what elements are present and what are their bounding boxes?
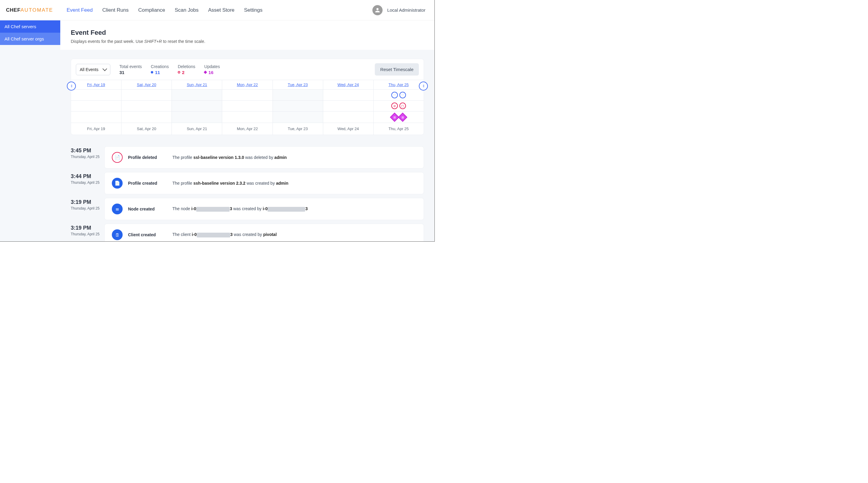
event-date: Thursday, April 25 (71, 154, 101, 159)
slider-icon: ⦀ (423, 84, 424, 88)
username-label: Local Administrator (387, 7, 426, 12)
event-title: Client created (128, 232, 167, 237)
timeline-body: ⋯ ⋯ ⊘ ▢ ⊞ ⊞ (71, 90, 424, 123)
timeline-day-footer: Sat, Apr 20 (121, 123, 172, 134)
event-card[interactable]: 📄Profile createdThe profile ssh-baseline… (104, 172, 424, 194)
nav-scan-jobs[interactable]: Scan Jobs (175, 7, 198, 13)
event-description: The client i-0xxxxxxxxxxxxxxxx3 was crea… (173, 232, 277, 237)
deletions-value: 2 (182, 70, 184, 75)
timeline-day-header[interactable]: Wed, Apr 24 (323, 80, 374, 89)
event-card[interactable]: ≣Node createdThe node i-0xxxxxxxxxxxxxxx… (104, 198, 424, 220)
sidebar-item-all-orgs[interactable]: All Chef server orgs (0, 33, 60, 45)
timeline-handle-left[interactable]: ⦀ (67, 82, 76, 91)
event-time: 3:44 PM (71, 173, 101, 180)
nav-compliance[interactable]: Compliance (138, 7, 165, 13)
event-time: 3:19 PM (71, 225, 101, 231)
timeline-day-footer: Mon, Apr 22 (222, 123, 273, 134)
creation-event-icon[interactable]: ⋯ (399, 92, 406, 98)
event-card[interactable]: 📄Profile deletedThe profile ssl-baseline… (104, 146, 424, 169)
event-time: 3:19 PM (71, 199, 101, 205)
filter-label: All Events (80, 67, 98, 72)
timeline-footer: Fri, Apr 19 Sat, Apr 20 Sun, Apr 21 Mon,… (71, 123, 424, 134)
updates-label: Updates (204, 64, 220, 69)
timeline-day-footer: Tue, Apr 23 (273, 123, 323, 134)
deletion-event-icon[interactable]: ⊘ (391, 102, 398, 109)
timeline-day-footer: Wed, Apr 24 (323, 123, 374, 134)
updates-dot-icon (204, 70, 207, 74)
nav-client-runs[interactable]: Client Runs (102, 7, 129, 13)
filter-dropdown[interactable]: All Events (76, 64, 110, 75)
event-type-icon: 🗓 (112, 229, 123, 240)
event-card[interactable]: 🗓Client createdThe client i-0xxxxxxxxxxx… (104, 224, 424, 241)
user-avatar-icon[interactable] (372, 5, 382, 15)
chevron-down-icon (102, 66, 107, 71)
deletions-label: Deletions (178, 64, 195, 69)
nav-asset-store[interactable]: Asset Store (208, 7, 235, 13)
event-date: Thursday, April 25 (71, 206, 101, 211)
updates-value: 16 (208, 70, 214, 75)
timeline-day-header[interactable]: Sun, Apr 21 (172, 80, 222, 89)
event-description: The node i-0xxxxxxxxxxxxxxxx3 was create… (173, 206, 308, 211)
top-nav: CHEFAUTOMATE Event Feed Client Runs Comp… (0, 0, 434, 20)
event-date: Thursday, April 25 (71, 180, 101, 185)
feed-row: 3:19 PMThursday, April 25🗓Client created… (71, 224, 424, 241)
event-feed-list: 3:45 PMThursday, April 25📄Profile delete… (71, 146, 424, 241)
feed-row: 3:45 PMThursday, April 25📄Profile delete… (71, 146, 424, 169)
event-title: Node created (128, 207, 167, 211)
nav-settings[interactable]: Settings (244, 7, 262, 13)
event-type-icon: ≣ (112, 204, 123, 214)
feed-row: 3:44 PMThursday, April 25📄Profile create… (71, 172, 424, 194)
timeline-day-header[interactable]: Tue, Apr 23 (273, 80, 323, 89)
creations-dot-icon (151, 71, 153, 73)
nav-event-feed[interactable]: Event Feed (67, 7, 93, 13)
total-events-value: 31 (119, 70, 124, 75)
event-description: The profile ssl-baseline version 1.3.0 w… (173, 155, 287, 160)
timeline-day-footer: Fri, Apr 19 (71, 123, 121, 134)
sidebar-item-all-servers[interactable]: All Chef servers (0, 20, 60, 33)
timeline-header: Fri, Apr 19 Sat, Apr 20 Sun, Apr 21 Mon,… (71, 80, 424, 90)
redacted-text: xxxxxxxxxxxxxxxx (197, 233, 230, 237)
event-type-icon: 📄 (112, 152, 123, 163)
timeline-day-header[interactable]: Fri, Apr 19 (71, 80, 121, 89)
timeline-card: All Events Total events 31 Creations 11 … (71, 59, 424, 135)
reset-timescale-button[interactable]: Reset Timescale (375, 63, 419, 76)
creations-label: Creations (151, 64, 169, 69)
total-events-label: Total events (119, 64, 142, 69)
feed-row: 3:19 PMThursday, April 25≣Node createdTh… (71, 198, 424, 220)
timeline-day-footer: Thu, Apr 25 (374, 123, 424, 134)
redacted-text: xxxxxxxxxxxxxxxx (196, 207, 230, 212)
timeline-day-header[interactable]: Thu, Apr 25 (374, 80, 424, 89)
page-title: Event Feed (71, 29, 424, 37)
logo: CHEFAUTOMATE (6, 7, 53, 13)
timeline-day-header[interactable]: Mon, Apr 22 (222, 80, 273, 89)
update-event-icon[interactable]: ⊞ (398, 113, 407, 122)
main-content: Event Feed Displays events for the past … (60, 20, 434, 241)
timeline-handle-right[interactable]: ⦀ (419, 82, 428, 91)
event-description: The profile ssh-baseline version 2.3.2 w… (173, 181, 288, 186)
page-description: Displays events for the past week. Use S… (71, 39, 424, 44)
event-type-icon: 📄 (112, 178, 123, 189)
nav-links: Event Feed Client Runs Compliance Scan J… (67, 7, 262, 13)
timeline-day-header[interactable]: Sat, Apr 20 (121, 80, 172, 89)
event-title: Profile deleted (128, 155, 167, 160)
creations-value: 11 (155, 70, 160, 75)
deletion-event-icon[interactable]: ▢ (399, 102, 406, 109)
sidebar: All Chef servers All Chef server orgs (0, 20, 60, 241)
event-time: 3:45 PM (71, 148, 101, 154)
event-date: Thursday, April 25 (71, 232, 101, 237)
deletions-dot-icon (178, 71, 180, 73)
creation-event-icon[interactable]: ⋯ (391, 92, 398, 98)
event-title: Profile created (128, 181, 167, 186)
timeline-day-footer: Sun, Apr 21 (172, 123, 222, 134)
slider-icon: ⦀ (71, 84, 72, 88)
redacted-text: xxxxxxxxxxxxxxxxxx (268, 207, 305, 212)
